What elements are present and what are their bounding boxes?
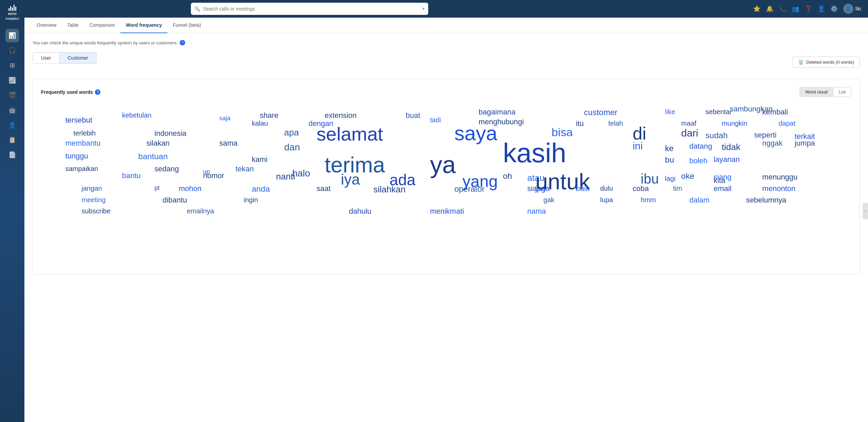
word-item[interactable]: dalam: [689, 196, 710, 204]
word-item[interactable]: dulu: [600, 185, 613, 192]
word-item[interactable]: extension: [325, 112, 357, 119]
word-item[interactable]: bantu: [122, 172, 141, 180]
word-item[interactable]: buat: [406, 112, 420, 119]
word-item[interactable]: meeting: [82, 196, 106, 203]
word-item[interactable]: menonton: [762, 185, 795, 192]
sidebar-item-person[interactable]: 👤: [5, 118, 19, 132]
search-dropdown-icon[interactable]: ▼: [421, 6, 426, 11]
word-item[interactable]: layanan: [714, 156, 740, 163]
deleted-words-button[interactable]: 🗑️ Deleted words (0 words): [792, 57, 860, 68]
word-item[interactable]: hmm: [641, 196, 656, 203]
sidebar-item-list[interactable]: 📋: [5, 133, 19, 147]
profile-icon[interactable]: 👤: [817, 5, 825, 13]
word-item[interactable]: juga: [535, 185, 550, 192]
sidebar-item-bot[interactable]: 🤖: [5, 103, 19, 117]
word-item[interactable]: boleh: [689, 157, 708, 165]
word-item[interactable]: jumpa: [795, 140, 815, 147]
word-item[interactable]: sudah: [706, 131, 728, 140]
word-item[interactable]: apa: [284, 128, 299, 137]
word-item[interactable]: tadi: [430, 117, 441, 123]
word-item[interactable]: saja: [219, 115, 231, 121]
word-item[interactable]: like: [665, 108, 675, 115]
word-item[interactable]: share: [260, 112, 278, 119]
word-item[interactable]: oke: [681, 172, 694, 180]
settings-icon[interactable]: ⚙️: [830, 5, 838, 13]
word-item[interactable]: menunggu: [762, 173, 797, 181]
word-item[interactable]: sebelumnya: [746, 196, 786, 204]
word-item[interactable]: ingin: [244, 196, 258, 203]
word-item[interactable]: seperti: [754, 131, 776, 139]
word-item[interactable]: kalau: [252, 120, 268, 127]
word-item[interactable]: kasih: [503, 140, 566, 167]
word-item[interactable]: baik: [576, 185, 589, 192]
section-help-icon[interactable]: ?: [95, 89, 100, 95]
word-item[interactable]: tidak: [722, 143, 741, 151]
sidebar-item-headset[interactable]: 🎧: [5, 44, 19, 57]
word-item[interactable]: sedang: [155, 165, 179, 173]
word-item[interactable]: coba: [633, 185, 649, 192]
word-item[interactable]: emailnya: [187, 208, 214, 214]
word-item[interactable]: sebentar: [706, 108, 732, 115]
word-item[interactable]: nggak: [762, 140, 783, 147]
word-item[interactable]: mohon: [179, 185, 201, 192]
word-item[interactable]: ibu: [641, 172, 659, 186]
word-item[interactable]: anda: [252, 185, 270, 193]
view-cloud-btn[interactable]: Word cloud: [800, 87, 833, 97]
word-item[interactable]: terlebih: [74, 130, 96, 136]
word-item[interactable]: bantuan: [138, 152, 168, 161]
word-item[interactable]: mungkin: [722, 120, 748, 127]
tab-comparison[interactable]: Comparison: [84, 18, 120, 33]
word-item[interactable]: bisa: [552, 126, 573, 138]
word-item[interactable]: dibantu: [163, 196, 187, 204]
star-icon[interactable]: ⭐: [753, 5, 761, 13]
word-item[interactable]: silakan: [146, 140, 170, 147]
word-item[interactable]: ya: [430, 152, 456, 177]
word-item[interactable]: itu: [576, 120, 584, 127]
tab-funnel[interactable]: Funnel (beta): [167, 18, 206, 33]
word-item[interactable]: customer: [584, 108, 617, 117]
word-item[interactable]: oh: [503, 172, 512, 180]
word-item[interactable]: indonesia: [155, 130, 186, 137]
word-item[interactable]: email: [714, 185, 732, 192]
phone-icon[interactable]: 📞: [779, 5, 786, 13]
sidebar-item-grid[interactable]: ⊞: [5, 59, 19, 72]
tab-table[interactable]: Table: [62, 18, 84, 33]
word-item[interactable]: telah: [608, 120, 623, 127]
word-item[interactable]: silahkan: [373, 185, 406, 194]
word-item[interactable]: datang: [689, 143, 712, 150]
word-item[interactable]: bu: [665, 156, 674, 164]
word-item[interactable]: nomor: [203, 172, 224, 180]
word-item[interactable]: saya: [454, 123, 497, 144]
word-item[interactable]: operator: [454, 185, 485, 193]
word-item[interactable]: sama: [219, 140, 238, 147]
tab-overview[interactable]: Overview: [31, 18, 62, 33]
search-input[interactable]: [191, 3, 428, 15]
toggle-user-btn[interactable]: User: [33, 52, 60, 64]
word-item[interactable]: dapat: [778, 120, 795, 127]
sidebar-item-analytics[interactable]: 📊: [5, 29, 19, 42]
word-item[interactable]: kebetulan: [122, 112, 152, 119]
word-item[interactable]: ini: [633, 141, 643, 151]
sidebar-item-video[interactable]: 🎬: [5, 88, 19, 102]
word-item[interactable]: gak: [544, 196, 554, 203]
word-item[interactable]: sampaikan: [65, 165, 98, 172]
user-avatar[interactable]: 👤 fiki: [843, 4, 861, 14]
word-item[interactable]: dari: [681, 128, 698, 138]
word-item[interactable]: jangan: [82, 185, 102, 192]
word-item[interactable]: lupa: [600, 196, 613, 203]
word-item[interactable]: subscribe: [82, 208, 111, 214]
word-item[interactable]: maaf: [681, 120, 696, 127]
word-item[interactable]: pt: [155, 185, 160, 191]
view-list-btn[interactable]: List: [833, 87, 851, 97]
bell-icon[interactable]: 🔔: [766, 5, 773, 13]
tab-word-frequency[interactable]: Word frequency: [120, 18, 167, 33]
word-item[interactable]: tunggu: [65, 152, 88, 160]
help-info-icon[interactable]: ?: [180, 40, 185, 45]
word-item[interactable]: membantu: [65, 140, 101, 147]
toggle-customer-btn[interactable]: Customer: [60, 52, 97, 64]
word-item[interactable]: bagaimana: [479, 108, 516, 116]
word-item[interactable]: nanti: [276, 172, 295, 181]
word-item[interactable]: dan: [284, 143, 300, 152]
word-item[interactable]: di: [633, 125, 646, 142]
sidebar-item-chart[interactable]: 📈: [5, 73, 19, 87]
